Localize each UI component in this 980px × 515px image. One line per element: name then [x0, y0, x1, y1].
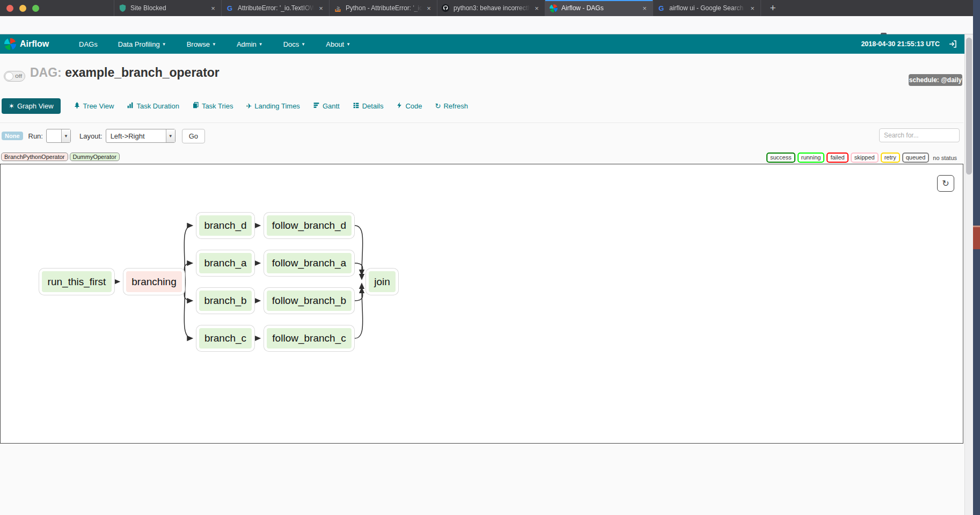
view-tab-gantt[interactable]: Gantt: [313, 101, 340, 111]
dag-node-branch_d[interactable]: branch_d: [196, 213, 254, 238]
toggle-knob: [5, 72, 13, 81]
nav-item-label: Browse: [187, 40, 210, 48]
view-tab-code[interactable]: Code: [396, 101, 422, 111]
view-tab-refresh[interactable]: ↻Refresh: [435, 102, 468, 110]
run-select[interactable]: ▼: [46, 129, 71, 143]
state-legend: successrunningfailedskippedretryqueuedno…: [766, 153, 957, 163]
airflow-navbar: Airflow DAGsData Profiling▼Browse▼Admin▼…: [0, 34, 964, 54]
airflow-page: Off DAG: example_branch_operator schedul…: [0, 54, 964, 515]
dag-node-follow_branch_a[interactable]: follow_branch_a: [264, 250, 354, 276]
nav-item-dags[interactable]: DAGs: [79, 40, 98, 48]
airflow-brand[interactable]: Airflow: [4, 38, 49, 50]
nav-item-label: Admin: [237, 40, 257, 48]
layout-select[interactable]: Left->Right ▼: [106, 129, 175, 143]
view-tab-label: Gantt: [323, 102, 340, 110]
scrollbar-thumb[interactable]: [966, 38, 972, 175]
dag-node-follow_branch_d[interactable]: follow_branch_d: [264, 213, 354, 238]
dag-node-follow_branch_b[interactable]: follow_branch_b: [264, 288, 354, 314]
dag-node-branch_a[interactable]: branch_a: [196, 250, 254, 276]
nav-item-about[interactable]: About▼: [326, 40, 350, 48]
close-icon[interactable]: ×: [532, 4, 541, 12]
graph-icon: ✶: [9, 102, 14, 110]
browser-tab-bar: Site Blocked×GAttributeError: '_io.TextI…: [0, 0, 980, 16]
dag-edge-follow_branch_c-to-join: [355, 288, 363, 339]
nav-item-docs[interactable]: Docs▼: [283, 40, 306, 48]
view-tab-details[interactable]: Details: [353, 101, 384, 111]
tries-icon: [192, 101, 199, 111]
stackoverflow-icon: [333, 4, 342, 12]
utc-clock: 2018-04-30 21:55:13 UTC: [861, 40, 940, 48]
window-zoom-button[interactable]: [32, 5, 39, 12]
run-state-badge: None: [2, 132, 23, 140]
dag-node-branching[interactable]: branching: [123, 269, 185, 295]
view-tab-task-tries[interactable]: Task Tries: [192, 101, 233, 111]
view-tabs: ✶Graph ViewTree ViewTask DurationTask Tr…: [2, 98, 468, 114]
task-search-input[interactable]: [879, 128, 960, 142]
window-close-button[interactable]: [6, 5, 13, 12]
dag-node-run_this_first[interactable]: run_this_first: [39, 269, 114, 295]
browser-tab-6[interactable]: Gairflow ui - Google Search×: [653, 0, 761, 16]
code-icon: [396, 101, 403, 111]
view-tab-graph-view[interactable]: ✶Graph View: [2, 98, 61, 114]
dag-node-branch_b[interactable]: branch_b: [196, 288, 254, 314]
dag-name: example_branch_operator: [65, 66, 220, 79]
close-icon[interactable]: ×: [425, 4, 433, 12]
state-legend-skipped: skipped: [851, 153, 879, 163]
browser-tab-2[interactable]: GAttributeError: '_io.TextIOWrapp×: [222, 0, 330, 16]
graph-refresh-button[interactable]: ↻: [937, 175, 954, 192]
nav-item-browse[interactable]: Browse▼: [187, 40, 216, 48]
view-tab-task-duration[interactable]: Task Duration: [127, 101, 179, 111]
browser-tab-3[interactable]: Python - AttributeError: '_io.Te×: [330, 0, 437, 16]
schedule-badge: schedule: @daily: [909, 74, 962, 86]
dag-node-follow_branch_c[interactable]: follow_branch_c: [264, 325, 354, 351]
layout-label: Layout:: [79, 132, 103, 140]
chevron-down-icon: ▼: [61, 129, 70, 142]
github-icon: [441, 4, 450, 12]
dag-title-prefix: DAG:: [30, 66, 62, 79]
dag-graph-canvas: run_this_firstbranchingbranch_dfollow_br…: [0, 164, 963, 444]
view-tab-label: Refresh: [443, 102, 468, 110]
browser-tab-5[interactable]: Airflow - DAGs×: [545, 0, 653, 16]
dag-pause-toggle[interactable]: Off: [4, 71, 25, 82]
state-legend-failed: failed: [827, 153, 848, 163]
tab-title: Site Blocked: [130, 4, 207, 12]
browser-tab-4[interactable]: python3: behave incorrectly mo×: [437, 0, 545, 16]
state-legend-retry: retry: [881, 153, 900, 163]
view-tab-label: Landing Times: [254, 102, 300, 110]
close-icon[interactable]: ×: [748, 4, 757, 12]
logout-icon[interactable]: [948, 40, 957, 48]
google-icon: G: [657, 4, 665, 12]
close-icon[interactable]: ×: [317, 4, 325, 12]
tab-title: AttributeError: '_io.TextIOWrapp: [238, 4, 315, 12]
window-minimize-button[interactable]: [19, 5, 26, 12]
nav-item-label: About: [326, 40, 344, 48]
dag-node-join[interactable]: join: [366, 269, 398, 295]
chevron-down-icon: ▼: [212, 42, 216, 47]
run-label: Run:: [28, 132, 43, 140]
browser-tab-1[interactable]: Site Blocked×: [114, 0, 222, 16]
nav-item-data-profiling[interactable]: Data Profiling▼: [118, 40, 166, 48]
chevron-down-icon: ▼: [259, 42, 263, 47]
tab-title: Python - AttributeError: '_io.Te: [346, 4, 422, 12]
run-select-value: [47, 129, 55, 142]
tab-title: python3: behave incorrectly mo: [454, 4, 530, 12]
view-tab-landing-times[interactable]: ✈Landing Times: [246, 102, 299, 110]
close-icon[interactable]: ×: [640, 4, 649, 12]
nav-item-admin[interactable]: Admin▼: [237, 40, 263, 48]
duration-icon: [127, 101, 134, 111]
tab-strip: Site Blocked×GAttributeError: '_io.TextI…: [114, 0, 761, 16]
chevron-down-icon: ▼: [346, 42, 350, 47]
dag-node-branch_c[interactable]: branch_c: [196, 325, 254, 351]
view-tab-label: Code: [405, 102, 422, 110]
close-icon[interactable]: ×: [209, 4, 217, 12]
go-button[interactable]: Go: [182, 129, 205, 143]
dag-edge-branching-to-branch_c: [184, 282, 192, 339]
airflow-icon: [549, 4, 558, 12]
new-tab-button[interactable]: +: [764, 0, 781, 16]
layout-select-value: Left->Right: [106, 129, 149, 142]
airflow-brand-name: Airflow: [20, 39, 49, 49]
view-tab-tree-view[interactable]: Tree View: [74, 101, 114, 111]
view-tab-label: Task Duration: [136, 102, 179, 110]
window-controls: [6, 5, 39, 12]
nav-item-label: Data Profiling: [118, 40, 160, 48]
